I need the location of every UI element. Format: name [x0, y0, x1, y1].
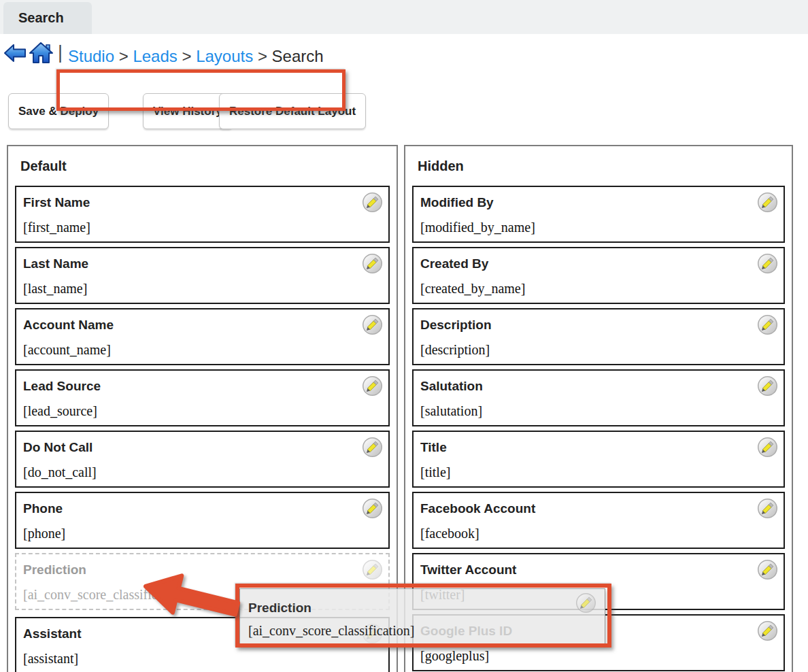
edit-pencil-icon[interactable]	[362, 192, 383, 213]
field-label: Description	[420, 318, 492, 333]
breadcrumb-item-layouts[interactable]: Layouts	[196, 47, 253, 65]
field-name: [lead_source]	[23, 403, 97, 419]
save-deploy-button[interactable]: Save & Deploy	[8, 93, 109, 129]
field-label: Salutation	[420, 379, 483, 394]
field-label: Created By	[420, 256, 488, 271]
edit-pencil-icon[interactable]	[362, 559, 383, 580]
field-card-account_name[interactable]: Account Name [account_name]	[15, 308, 390, 365]
edit-pencil-icon[interactable]	[757, 498, 778, 519]
field-label: Last Name	[23, 256, 88, 271]
field-name: [created_by_name]	[420, 281, 525, 297]
field-label: Phone	[23, 501, 63, 516]
field-label: Prediction	[248, 601, 312, 616]
breadcrumb-separator: >	[253, 47, 271, 65]
edit-pencil-icon[interactable]	[757, 559, 778, 580]
edit-pencil-icon[interactable]	[362, 253, 383, 274]
field-card-title[interactable]: Title [title]	[412, 431, 785, 488]
breadcrumb-separator: >	[114, 47, 133, 65]
field-name: [ai_conv_score_classification]	[23, 587, 189, 603]
toolbar: Save & Deploy View History Restore Defau…	[0, 93, 808, 130]
tab-search[interactable]: Search	[3, 2, 92, 34]
field-label: Modified By	[420, 195, 494, 210]
column-title: Hidden	[405, 146, 792, 186]
field-name: [last_name]	[23, 281, 87, 297]
field-name: [googleplus]	[420, 648, 489, 664]
field-label: Do Not Call	[23, 440, 92, 455]
edit-pencil-icon[interactable]	[362, 314, 383, 335]
field-card-salutation[interactable]: Salutation [salutation]	[412, 369, 785, 426]
field-label: First Name	[23, 195, 90, 210]
breadcrumb-item-studio[interactable]: Studio	[68, 47, 114, 65]
edit-pencil-icon[interactable]	[757, 314, 778, 335]
field-card-created_by_name[interactable]: Created By [created_by_name]	[412, 247, 785, 304]
edit-pencil-icon[interactable]	[757, 620, 778, 641]
field-name: [account_name]	[23, 342, 111, 358]
breadcrumb-divider: |	[58, 42, 63, 63]
edit-pencil-icon[interactable]	[362, 498, 383, 519]
tab-strip: Search	[0, 0, 808, 34]
field-name: [first_name]	[23, 220, 90, 235]
field-name: [modified_by_name]	[420, 220, 535, 235]
field-label: Title	[420, 440, 447, 455]
field-label: Twitter Account	[420, 562, 516, 577]
drag-proxy-card[interactable]: Prediction [ai_conv_score_classification…	[239, 588, 605, 645]
field-card-modified_by_name[interactable]: Modified By [modified_by_name]	[412, 186, 785, 243]
field-card-phone[interactable]: Phone [phone]	[15, 492, 390, 549]
back-arrow-icon[interactable]	[3, 41, 27, 65]
breadcrumb-bar: | Studio > Leads > Layouts > Search	[0, 34, 808, 76]
field-label: Prediction	[23, 562, 86, 577]
edit-pencil-icon[interactable]	[757, 437, 778, 458]
field-label: Facebook Account	[420, 501, 535, 516]
edit-pencil-icon[interactable]	[362, 437, 383, 458]
field-label: Account Name	[23, 318, 114, 333]
edit-pencil-icon[interactable]	[757, 192, 778, 213]
field-card-description[interactable]: Description [description]	[412, 308, 785, 365]
column-title: Default	[8, 146, 397, 186]
field-label: Assistant	[23, 626, 82, 641]
edit-pencil-icon[interactable]	[362, 375, 383, 397]
field-label: Lead Source	[23, 379, 101, 394]
edit-pencil-icon	[575, 592, 596, 614]
field-card-facebook[interactable]: Facebook Account [facebook]	[412, 492, 785, 549]
breadcrumb-separator: >	[178, 47, 196, 65]
restore-default-button[interactable]: Restore Default Layout	[219, 93, 366, 129]
field-name: [salutation]	[420, 403, 482, 419]
field-name: [do_not_call]	[23, 465, 97, 480]
field-name: [title]	[420, 465, 450, 480]
home-icon[interactable]	[29, 41, 54, 65]
field-name: [assistant]	[23, 651, 78, 667]
edit-pencil-icon[interactable]	[757, 375, 778, 397]
field-name: [phone]	[23, 526, 65, 541]
field-name: [facebook]	[420, 526, 479, 541]
edit-pencil-icon[interactable]	[757, 253, 778, 274]
breadcrumb-item-search: Search	[272, 47, 324, 65]
field-card-first_name[interactable]: First Name [first_name]	[15, 186, 390, 243]
field-card-do_not_call[interactable]: Do Not Call [do_not_call]	[15, 431, 390, 488]
field-card-lead_source[interactable]: Lead Source [lead_source]	[15, 369, 390, 426]
field-name: [ai_conv_score_classification]	[248, 623, 414, 639]
breadcrumb-item-leads[interactable]: Leads	[133, 47, 177, 65]
breadcrumb: Studio > Leads > Layouts > Search	[68, 47, 324, 66]
field-name: [description]	[420, 342, 490, 358]
field-card-last_name[interactable]: Last Name [last_name]	[15, 247, 390, 304]
